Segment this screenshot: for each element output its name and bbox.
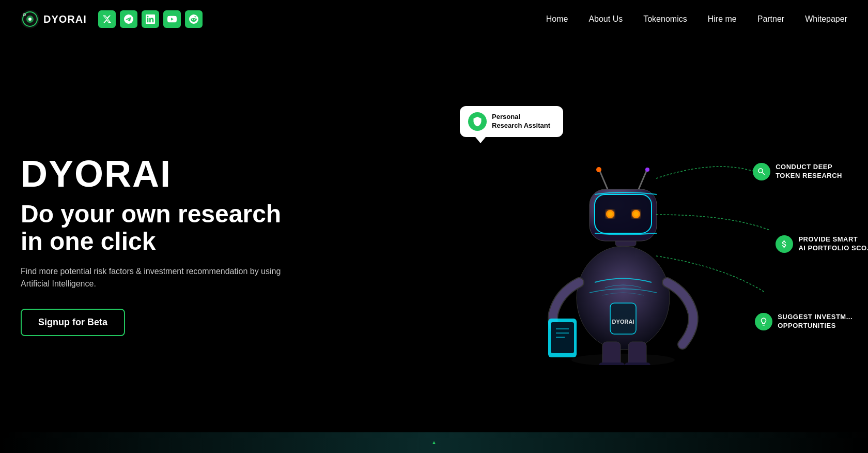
logo[interactable]: D DYORAI — [21, 10, 87, 28]
hero-subtitle-line2: in one click — [21, 228, 156, 255]
robot-container: Personal Research Assitant — [491, 96, 780, 396]
bubble-icon — [468, 112, 487, 131]
robot-illustration: DYORAI — [528, 148, 724, 365]
svg-point-27 — [596, 167, 601, 172]
search-callout-icon — [753, 163, 770, 180]
svg-text:DYORAI: DYORAI — [612, 319, 634, 325]
bottom-indicator — [432, 441, 436, 444]
hero-title: DYORAI — [21, 155, 310, 192]
svg-rect-14 — [628, 342, 646, 365]
linkedin-icon[interactable] — [142, 10, 159, 28]
svg-point-3 — [28, 18, 32, 21]
video-icon[interactable] — [163, 10, 181, 28]
svg-rect-20 — [595, 194, 652, 233]
nav-links: Home About Us Tokenomics Hire me Partner… — [546, 14, 847, 24]
callout-portfolio: PROVIDE SMART AI PORTFOLIO SCO... — [776, 235, 868, 253]
hero-section: DYORAI Do your own research in one click… — [0, 38, 868, 453]
robot-area: Personal Research Assitant — [403, 38, 868, 453]
twitter-icon[interactable] — [98, 10, 116, 28]
logo-text: DYORAI — [43, 13, 87, 25]
hero-description: Find more potential risk factors & inves… — [21, 265, 310, 290]
callout-portfolio-label: PROVIDE SMART AI PORTFOLIO SCO... — [798, 235, 868, 253]
social-icons — [98, 10, 203, 28]
nav-tokenomics[interactable]: Tokenomics — [643, 14, 687, 24]
svg-point-22 — [608, 212, 613, 217]
bubble-line1: Personal — [492, 113, 550, 122]
nav-hire[interactable]: Hire me — [708, 14, 737, 24]
nav-whitepaper[interactable]: Whitepaper — [805, 14, 847, 24]
telegram-icon[interactable] — [120, 10, 137, 28]
signup-button[interactable]: Signup for Beta — [21, 309, 125, 336]
svg-rect-15 — [599, 363, 625, 365]
hero-content: DYORAI Do your own research in one click… — [21, 155, 310, 337]
svg-text:D: D — [23, 13, 26, 17]
hero-subtitle: Do your own research in one click — [21, 201, 310, 255]
callout-deep-research-label: CONDUCT DEEP TOKEN RESEARCH — [776, 163, 842, 180]
logo-icon: D — [21, 10, 39, 28]
bottom-decoration — [0, 432, 868, 453]
portfolio-callout-icon — [776, 235, 793, 253]
nav-left: D DYORAI — [21, 10, 203, 28]
svg-point-29 — [645, 168, 649, 172]
speech-bubble: Personal Research Assitant — [460, 106, 563, 137]
svg-line-26 — [600, 171, 608, 189]
investment-callout-icon — [755, 313, 772, 330]
nav-home[interactable]: Home — [546, 14, 568, 24]
nav-about[interactable]: About Us — [588, 14, 623, 24]
navbar: D DYORAI Home About Us Tokenomics H — [0, 0, 868, 38]
svg-rect-9 — [551, 322, 574, 353]
svg-line-28 — [639, 171, 646, 189]
nav-partner[interactable]: Partner — [757, 14, 784, 24]
bubble-line2: Research Assitant — [492, 122, 550, 130]
hero-subtitle-line1: Do your own research — [21, 200, 281, 228]
svg-rect-16 — [625, 363, 650, 365]
svg-rect-13 — [602, 342, 621, 365]
callout-investment: SUGGEST INVESTM... OPPORTUNITIES — [755, 313, 853, 330]
bubble-text: Personal Research Assitant — [492, 113, 550, 130]
svg-point-24 — [633, 212, 639, 217]
reddit-icon[interactable] — [185, 10, 203, 28]
callout-investment-label: SUGGEST INVESTM... OPPORTUNITIES — [778, 313, 853, 330]
callout-deep-research: CONDUCT DEEP TOKEN RESEARCH — [753, 163, 842, 180]
